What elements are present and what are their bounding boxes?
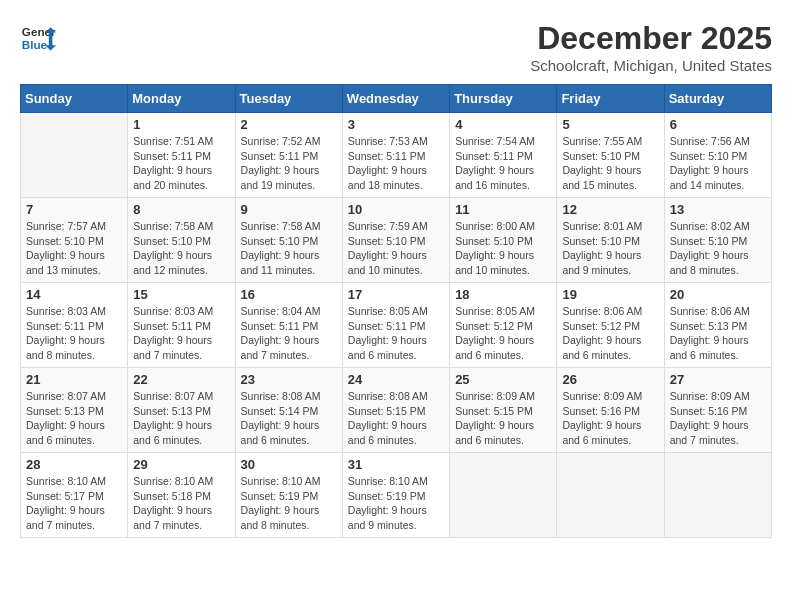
- day-info: Sunrise: 8:05 AM Sunset: 5:12 PM Dayligh…: [455, 304, 551, 363]
- calendar-cell: 16Sunrise: 8:04 AM Sunset: 5:11 PM Dayli…: [235, 283, 342, 368]
- calendar-cell: 25Sunrise: 8:09 AM Sunset: 5:15 PM Dayli…: [450, 368, 557, 453]
- day-info: Sunrise: 8:04 AM Sunset: 5:11 PM Dayligh…: [241, 304, 337, 363]
- calendar-cell: 27Sunrise: 8:09 AM Sunset: 5:16 PM Dayli…: [664, 368, 771, 453]
- day-number: 6: [670, 117, 766, 132]
- calendar-cell: 29Sunrise: 8:10 AM Sunset: 5:18 PM Dayli…: [128, 453, 235, 538]
- column-header-wednesday: Wednesday: [342, 85, 449, 113]
- day-number: 26: [562, 372, 658, 387]
- day-number: 9: [241, 202, 337, 217]
- day-info: Sunrise: 8:10 AM Sunset: 5:18 PM Dayligh…: [133, 474, 229, 533]
- calendar-cell: 19Sunrise: 8:06 AM Sunset: 5:12 PM Dayli…: [557, 283, 664, 368]
- location-text: Schoolcraft, Michigan, United States: [530, 57, 772, 74]
- day-info: Sunrise: 7:59 AM Sunset: 5:10 PM Dayligh…: [348, 219, 444, 278]
- calendar-cell: 1Sunrise: 7:51 AM Sunset: 5:11 PM Daylig…: [128, 113, 235, 198]
- day-number: 15: [133, 287, 229, 302]
- day-info: Sunrise: 8:09 AM Sunset: 5:16 PM Dayligh…: [670, 389, 766, 448]
- calendar-cell: [21, 113, 128, 198]
- day-info: Sunrise: 7:51 AM Sunset: 5:11 PM Dayligh…: [133, 134, 229, 193]
- day-number: 24: [348, 372, 444, 387]
- column-header-sunday: Sunday: [21, 85, 128, 113]
- day-info: Sunrise: 8:06 AM Sunset: 5:12 PM Dayligh…: [562, 304, 658, 363]
- calendar-week-row: 21Sunrise: 8:07 AM Sunset: 5:13 PM Dayli…: [21, 368, 772, 453]
- day-number: 8: [133, 202, 229, 217]
- column-header-friday: Friday: [557, 85, 664, 113]
- calendar-cell: 30Sunrise: 8:10 AM Sunset: 5:19 PM Dayli…: [235, 453, 342, 538]
- day-info: Sunrise: 7:56 AM Sunset: 5:10 PM Dayligh…: [670, 134, 766, 193]
- calendar-cell: 23Sunrise: 8:08 AM Sunset: 5:14 PM Dayli…: [235, 368, 342, 453]
- calendar-week-row: 28Sunrise: 8:10 AM Sunset: 5:17 PM Dayli…: [21, 453, 772, 538]
- calendar-cell: 12Sunrise: 8:01 AM Sunset: 5:10 PM Dayli…: [557, 198, 664, 283]
- calendar-cell: 6Sunrise: 7:56 AM Sunset: 5:10 PM Daylig…: [664, 113, 771, 198]
- day-number: 21: [26, 372, 122, 387]
- day-number: 7: [26, 202, 122, 217]
- day-info: Sunrise: 7:54 AM Sunset: 5:11 PM Dayligh…: [455, 134, 551, 193]
- day-info: Sunrise: 8:06 AM Sunset: 5:13 PM Dayligh…: [670, 304, 766, 363]
- calendar-table: SundayMondayTuesdayWednesdayThursdayFrid…: [20, 84, 772, 538]
- day-number: 4: [455, 117, 551, 132]
- day-info: Sunrise: 8:10 AM Sunset: 5:19 PM Dayligh…: [348, 474, 444, 533]
- calendar-cell: 17Sunrise: 8:05 AM Sunset: 5:11 PM Dayli…: [342, 283, 449, 368]
- calendar-cell: 24Sunrise: 8:08 AM Sunset: 5:15 PM Dayli…: [342, 368, 449, 453]
- calendar-cell: 7Sunrise: 7:57 AM Sunset: 5:10 PM Daylig…: [21, 198, 128, 283]
- day-info: Sunrise: 8:00 AM Sunset: 5:10 PM Dayligh…: [455, 219, 551, 278]
- day-info: Sunrise: 8:01 AM Sunset: 5:10 PM Dayligh…: [562, 219, 658, 278]
- title-block: December 2025 Schoolcraft, Michigan, Uni…: [530, 20, 772, 74]
- day-number: 25: [455, 372, 551, 387]
- column-header-thursday: Thursday: [450, 85, 557, 113]
- calendar-week-row: 14Sunrise: 8:03 AM Sunset: 5:11 PM Dayli…: [21, 283, 772, 368]
- calendar-cell: 26Sunrise: 8:09 AM Sunset: 5:16 PM Dayli…: [557, 368, 664, 453]
- calendar-cell: 13Sunrise: 8:02 AM Sunset: 5:10 PM Dayli…: [664, 198, 771, 283]
- calendar-cell: 4Sunrise: 7:54 AM Sunset: 5:11 PM Daylig…: [450, 113, 557, 198]
- day-info: Sunrise: 8:10 AM Sunset: 5:17 PM Dayligh…: [26, 474, 122, 533]
- day-number: 1: [133, 117, 229, 132]
- day-number: 28: [26, 457, 122, 472]
- calendar-cell: 2Sunrise: 7:52 AM Sunset: 5:11 PM Daylig…: [235, 113, 342, 198]
- calendar-cell: 10Sunrise: 7:59 AM Sunset: 5:10 PM Dayli…: [342, 198, 449, 283]
- day-info: Sunrise: 8:03 AM Sunset: 5:11 PM Dayligh…: [133, 304, 229, 363]
- day-info: Sunrise: 7:57 AM Sunset: 5:10 PM Dayligh…: [26, 219, 122, 278]
- calendar-week-row: 7Sunrise: 7:57 AM Sunset: 5:10 PM Daylig…: [21, 198, 772, 283]
- day-number: 13: [670, 202, 766, 217]
- day-info: Sunrise: 7:58 AM Sunset: 5:10 PM Dayligh…: [241, 219, 337, 278]
- day-number: 10: [348, 202, 444, 217]
- day-info: Sunrise: 8:03 AM Sunset: 5:11 PM Dayligh…: [26, 304, 122, 363]
- day-number: 17: [348, 287, 444, 302]
- day-info: Sunrise: 8:08 AM Sunset: 5:14 PM Dayligh…: [241, 389, 337, 448]
- column-header-monday: Monday: [128, 85, 235, 113]
- day-number: 14: [26, 287, 122, 302]
- day-info: Sunrise: 8:10 AM Sunset: 5:19 PM Dayligh…: [241, 474, 337, 533]
- day-info: Sunrise: 8:07 AM Sunset: 5:13 PM Dayligh…: [133, 389, 229, 448]
- day-number: 31: [348, 457, 444, 472]
- day-number: 20: [670, 287, 766, 302]
- day-info: Sunrise: 7:58 AM Sunset: 5:10 PM Dayligh…: [133, 219, 229, 278]
- day-number: 11: [455, 202, 551, 217]
- svg-text:Blue: Blue: [22, 38, 48, 51]
- calendar-header-row: SundayMondayTuesdayWednesdayThursdayFrid…: [21, 85, 772, 113]
- month-title: December 2025: [530, 20, 772, 57]
- calendar-cell: 28Sunrise: 8:10 AM Sunset: 5:17 PM Dayli…: [21, 453, 128, 538]
- day-number: 3: [348, 117, 444, 132]
- calendar-cell: 8Sunrise: 7:58 AM Sunset: 5:10 PM Daylig…: [128, 198, 235, 283]
- calendar-cell: [664, 453, 771, 538]
- day-info: Sunrise: 8:09 AM Sunset: 5:15 PM Dayligh…: [455, 389, 551, 448]
- calendar-cell: [450, 453, 557, 538]
- calendar-cell: 5Sunrise: 7:55 AM Sunset: 5:10 PM Daylig…: [557, 113, 664, 198]
- day-info: Sunrise: 7:52 AM Sunset: 5:11 PM Dayligh…: [241, 134, 337, 193]
- calendar-cell: 15Sunrise: 8:03 AM Sunset: 5:11 PM Dayli…: [128, 283, 235, 368]
- calendar-cell: 22Sunrise: 8:07 AM Sunset: 5:13 PM Dayli…: [128, 368, 235, 453]
- page-header: General Blue December 2025 Schoolcraft, …: [20, 20, 772, 74]
- calendar-cell: 3Sunrise: 7:53 AM Sunset: 5:11 PM Daylig…: [342, 113, 449, 198]
- day-number: 16: [241, 287, 337, 302]
- day-info: Sunrise: 7:55 AM Sunset: 5:10 PM Dayligh…: [562, 134, 658, 193]
- day-number: 30: [241, 457, 337, 472]
- column-header-tuesday: Tuesday: [235, 85, 342, 113]
- day-number: 19: [562, 287, 658, 302]
- calendar-cell: 31Sunrise: 8:10 AM Sunset: 5:19 PM Dayli…: [342, 453, 449, 538]
- calendar-cell: 20Sunrise: 8:06 AM Sunset: 5:13 PM Dayli…: [664, 283, 771, 368]
- day-number: 12: [562, 202, 658, 217]
- day-info: Sunrise: 8:05 AM Sunset: 5:11 PM Dayligh…: [348, 304, 444, 363]
- logo-icon: General Blue: [20, 20, 56, 56]
- column-header-saturday: Saturday: [664, 85, 771, 113]
- day-number: 5: [562, 117, 658, 132]
- day-number: 27: [670, 372, 766, 387]
